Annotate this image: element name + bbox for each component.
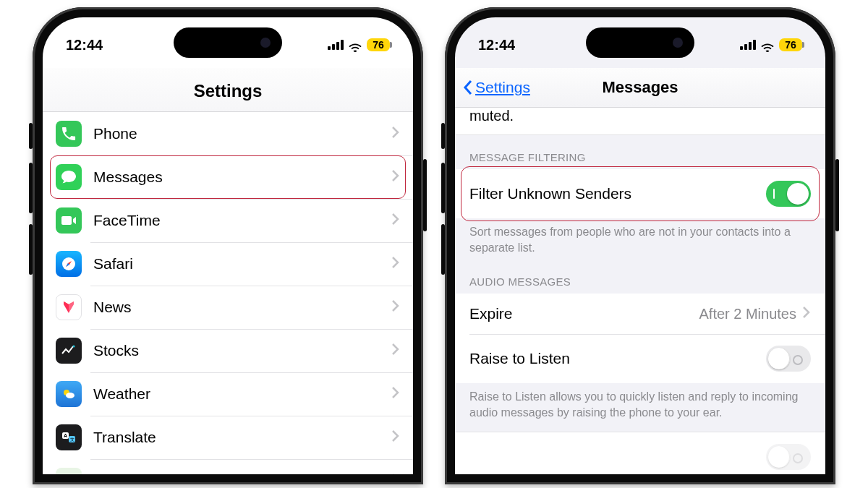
svg-text:文: 文 [70,437,75,442]
back-button[interactable]: Settings [462,79,530,96]
phone-icon [56,121,82,147]
facetime-icon [56,207,82,234]
dynamic-island [586,27,694,58]
cellular-icon [328,40,344,50]
safari-icon [56,251,82,277]
translate-icon: A文 [56,424,82,450]
svg-point-1 [73,346,75,348]
phone-frame-right: 12:44 76 Settings Messages muted. [445,7,835,484]
cell-label: Filter Unknown Senders [469,185,631,202]
group-footer-filtering: Sort messages from people who are not in… [455,218,825,260]
row-label: FaceTime [93,212,380,229]
cell-value: After 2 Minutes [699,306,796,322]
row-maps[interactable]: Maps [43,459,413,474]
toggle-filter-unknown[interactable] [766,181,811,207]
maps-icon [56,468,82,474]
news-icon [56,294,82,320]
toggle-raise-listen[interactable] [766,346,811,372]
chevron-right-icon [802,306,811,322]
status-time: 12:44 [478,37,515,53]
cell-label [469,448,474,466]
row-facetime[interactable]: FaceTime [43,199,413,242]
settings-list: Phone Messages FaceTime [43,112,413,474]
group-footer-audio: Raise to Listen allows you to quickly li… [455,383,825,424]
page-title: Settings [43,81,413,101]
row-filter-unknown[interactable]: Filter Unknown Senders [455,169,825,218]
back-label: Settings [475,79,530,96]
chevron-right-icon [391,126,400,142]
chevron-right-icon [391,169,400,185]
battery-badge: 76 [779,38,802,51]
chevron-right-icon [391,213,400,228]
cell-label: Raise to Listen [469,350,570,367]
weather-icon [56,381,82,407]
row-label: Safari [93,255,380,273]
header: Settings [43,68,413,112]
toggle-partial[interactable] [766,444,811,470]
wifi-icon [348,40,362,50]
row-label: Phone [93,125,380,142]
phone-frame-left: 12:44 76 Settings Phone [33,7,423,484]
chevron-right-icon [391,473,400,474]
chevron-right-icon [391,386,400,402]
cellular-icon [740,40,756,50]
nav-header: Settings Messages [455,68,825,108]
row-label: Messages [93,168,380,186]
page-title: Messages [602,78,678,97]
svg-point-3 [66,393,75,398]
row-news[interactable]: News [43,286,413,329]
row-label: Stocks [93,342,380,359]
chevron-right-icon [391,343,400,359]
row-messages[interactable]: Messages [43,155,413,199]
group-header-filtering: MESSAGE FILTERING [455,135,825,169]
messages-icon [56,164,82,190]
row-raise-listen[interactable]: Raise to Listen [455,334,825,383]
row-label: Translate [93,429,380,446]
row-expire[interactable]: Expire After 2 Minutes [455,294,825,334]
wifi-icon [760,40,775,50]
cell-label: Expire [469,305,513,322]
battery-badge: 76 [367,38,390,51]
dynamic-island [174,27,282,58]
group-header-audio: AUDIO MESSAGES [455,260,825,294]
row-label: Maps [93,472,380,474]
chevron-right-icon [391,256,400,272]
row-safari[interactable]: Safari [43,242,413,286]
svg-text:A: A [64,433,67,438]
chevron-left-icon [462,80,474,95]
row-translate[interactable]: A文 Translate [43,416,413,459]
row-weather[interactable]: Weather [43,372,413,416]
stocks-icon [56,338,82,364]
row-stocks[interactable]: Stocks [43,329,413,372]
status-time: 12:44 [66,37,103,53]
chevron-right-icon [391,429,400,445]
row-phone[interactable]: Phone [43,112,413,155]
prev-section-tail: muted. [455,108,825,135]
chevron-right-icon [391,299,400,315]
row-next-partial[interactable] [455,432,825,474]
row-label: News [93,299,380,316]
row-label: Weather [93,385,380,403]
